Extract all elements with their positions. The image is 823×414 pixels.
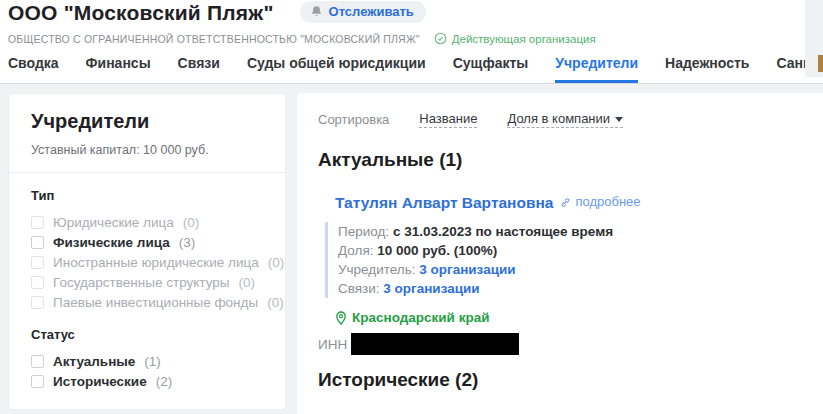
checkbox-icon[interactable] [31, 216, 44, 229]
tab-nadezhnost[interactable]: Надежность [665, 55, 749, 83]
inn-redacted-box [351, 333, 519, 355]
panel-title: Учредители [31, 110, 263, 133]
checkbox-icon[interactable] [31, 276, 44, 289]
filter-legal-entities[interactable]: Юридические лица (0) [31, 212, 263, 232]
filter-group-status-label: Статус [31, 327, 263, 342]
section-actual-title: Актуальные (1) [318, 149, 823, 171]
check-circle-icon [434, 32, 447, 45]
detail-founder-orgs: Учредитель: 3 организации [338, 260, 823, 279]
chevron-down-icon [615, 117, 623, 122]
founders-list-panel: Сортировка Название Доля в компании Акту… [297, 93, 823, 414]
filter-actual[interactable]: Актуальные (1) [31, 351, 263, 371]
bell-icon [310, 5, 323, 18]
subtitle-row: ОБЩЕСТВО С ОГРАНИЧЕННОЙ ОТВЕТСТВЕННОСТЬЮ… [8, 32, 823, 45]
filter-state-structures[interactable]: Государственные структуры (0) [31, 272, 263, 292]
detail-share: Доля: 10 000 руб. (100%) [338, 241, 823, 260]
tab-suschfakty[interactable]: Сущфакты [453, 55, 529, 83]
filter-investment-funds[interactable]: Паевые инвестиционные фонды (0) [31, 292, 263, 312]
track-button-label: Отслеживать [329, 4, 414, 19]
more-details-link[interactable]: подробнее [560, 194, 640, 209]
filter-foreign-entities[interactable]: Иностранные юридические лица (0) [31, 252, 263, 272]
inn-label: ИНН [318, 337, 347, 352]
page-title: ООО "Московский Пляж" [8, 1, 274, 25]
founder-details: Период: с 31.03.2023 по настоящее время … [325, 222, 823, 298]
tab-svyazi[interactable]: Связи [178, 55, 220, 83]
checkbox-icon[interactable] [31, 296, 44, 309]
checkbox-icon[interactable] [31, 375, 44, 388]
tab-finansy[interactable]: Финансы [86, 55, 151, 83]
tab-bar: Сводка Финансы Связи Суды общей юрисдикц… [8, 55, 823, 83]
type-filter-list: Юридические лица (0) Физические лица (3)… [31, 212, 263, 312]
filter-historical[interactable]: Исторические (2) [31, 371, 263, 391]
divider [9, 172, 285, 173]
founder-card-actual: Татулян Алварт Вартановна подробнее Пери… [318, 194, 823, 355]
founders-filter-panel: Учредители Уставный капитал: 10 000 руб.… [8, 93, 286, 410]
filter-individuals[interactable]: Физические лица (3) [31, 232, 263, 252]
founder-name-link[interactable]: Татулян Алварт Вартановна [335, 194, 553, 212]
inn-row: ИНН [318, 333, 823, 355]
checkbox-icon[interactable] [31, 355, 44, 368]
link-icon [560, 196, 571, 207]
founder-orgs-link[interactable]: 3 организации [419, 262, 515, 277]
checkbox-icon[interactable] [31, 256, 44, 269]
filter-group-type-label: Тип [31, 188, 263, 203]
partial-tab-fragment [818, 55, 823, 72]
sort-by-name-link[interactable]: Название [419, 111, 477, 128]
company-full-name: ОБЩЕСТВО С ОГРАНИЧЕННОЙ ОТВЕТСТВЕННОСТЬЮ… [8, 33, 420, 45]
company-header: ООО "Московский Пляж" Отслеживать ОБЩЕСТ… [0, 0, 823, 84]
charter-capital: Уставный капитал: 10 000 руб. [31, 143, 263, 157]
detail-period: Период: с 31.03.2023 по настоящее время [338, 222, 823, 241]
connections-link[interactable]: 3 организации [383, 281, 479, 296]
tab-uchrediteli[interactable]: Учредители [555, 55, 638, 83]
founder-location[interactable]: Краснодарский край [335, 310, 823, 325]
track-button[interactable]: Отслеживать [300, 1, 426, 23]
status-filter-list: Актуальные (1) Исторические (2) [31, 351, 263, 391]
founder-name-row: Татулян Алварт Вартановна подробнее [335, 194, 823, 212]
sort-bar: Сортировка Название Доля в компании [318, 111, 823, 128]
company-page: ООО "Московский Пляж" Отслеживать ОБЩЕСТ… [0, 0, 823, 414]
sort-label: Сортировка [318, 112, 389, 127]
content-area: Учредители Уставный капитал: 10 000 руб.… [0, 84, 823, 414]
location-pin-icon [335, 311, 347, 325]
tab-sudy[interactable]: Суды общей юрисдикции [247, 55, 426, 83]
sort-by-share-link[interactable]: Доля в компании [507, 111, 623, 128]
status-badge: Действующая организация [434, 32, 596, 45]
checkbox-icon[interactable] [31, 236, 44, 249]
title-row: ООО "Московский Пляж" Отслеживать [8, 0, 823, 25]
status-badge-label: Действующая организация [452, 33, 596, 45]
tab-svodka[interactable]: Сводка [8, 55, 59, 83]
section-historical-title: Исторические (2) [318, 369, 823, 391]
detail-connections: Связи: 3 организации [338, 279, 823, 298]
